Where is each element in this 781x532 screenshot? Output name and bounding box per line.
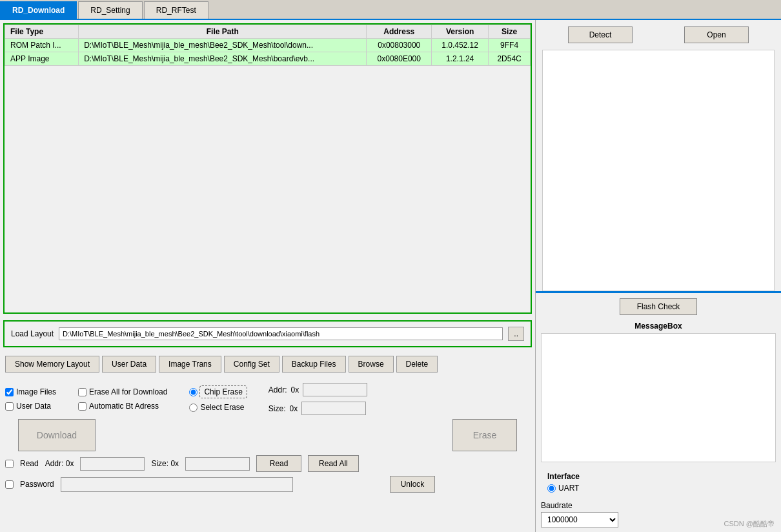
- tab-rd-setting[interactable]: RD_Setting: [78, 1, 142, 19]
- image-files-label: Image Files: [16, 387, 56, 396]
- uart-radio[interactable]: [547, 484, 556, 493]
- version-cell: 1.0.452.12: [432, 39, 489, 52]
- interface-label: Interface: [547, 472, 769, 481]
- addr-label: Addr:: [269, 385, 287, 394]
- chip-erase-radio[interactable]: [189, 388, 198, 396]
- detect-button[interactable]: Detect: [568, 26, 633, 43]
- unlock-button[interactable]: Unlock: [390, 476, 436, 493]
- baudrate-label: Baudrate: [541, 501, 776, 510]
- open-button[interactable]: Open: [684, 26, 749, 43]
- read-label: Read: [20, 459, 39, 468]
- backup-files-button[interactable]: Backup Files: [282, 356, 346, 373]
- col-size: Size: [489, 25, 531, 39]
- address-cell: 0x0080E000: [367, 52, 432, 66]
- file-table: File Type File Path Address Version Size…: [5, 25, 531, 66]
- col-file-path: File Path: [79, 25, 367, 39]
- load-layout-label: Load Layout: [11, 329, 54, 338]
- tabs-bar: RD_Download RD_Setting RD_RFTest: [0, 0, 781, 20]
- read-addr-input[interactable]: [80, 457, 145, 471]
- size-cell: 9FF4: [489, 39, 531, 52]
- baudrate-select[interactable]: 9600192003840057600115200230400460800921…: [541, 512, 618, 527]
- erase-button[interactable]: Erase: [452, 419, 517, 451]
- auto-bt-option: Automatic Bt Adress: [78, 402, 167, 411]
- messagebox-area: [541, 333, 776, 462]
- read-checkbox[interactable]: [5, 460, 14, 468]
- uart-option: UART: [547, 484, 769, 493]
- addr-prefix: 0x: [291, 385, 299, 394]
- show-memory-layout-button[interactable]: Show Memory Layout: [5, 356, 99, 373]
- read-all-button[interactable]: Read All: [308, 455, 359, 472]
- bottom-left: Image Files User Data Erase All for Down…: [0, 378, 535, 532]
- password-checkbox[interactable]: [5, 480, 14, 489]
- delete-button[interactable]: Delete: [396, 356, 438, 373]
- read-button[interactable]: Read: [256, 455, 301, 472]
- select-erase-radio[interactable]: [189, 404, 198, 412]
- col-address: Address: [367, 25, 432, 39]
- download-erase-row: Download Erase: [5, 419, 530, 451]
- uart-label: UART: [558, 484, 579, 493]
- options-row-1: Image Files User Data Erase All for Down…: [5, 383, 530, 415]
- select-erase-option: Select Erase: [189, 403, 246, 412]
- read-addr-label: Addr: 0x: [45, 459, 74, 468]
- right-panel: Detect Open Flash Check MessageBox Inter…: [536, 20, 781, 532]
- password-input[interactable]: [61, 477, 293, 492]
- config-set-button[interactable]: Config Set: [224, 356, 279, 373]
- bottom-right-section: Flash Check MessageBox Interface UART Ba…: [536, 293, 781, 532]
- user-data-checkbox[interactable]: [5, 402, 14, 411]
- toolbar-buttons: Show Memory Layout User Data Image Trans…: [3, 354, 532, 374]
- size-prefix: 0x: [290, 404, 298, 413]
- right-log-area: [542, 50, 775, 291]
- select-erase-label: Select Erase: [200, 403, 244, 412]
- addr-input[interactable]: [303, 383, 367, 396]
- password-label: Password: [20, 480, 54, 489]
- download-button[interactable]: Download: [18, 419, 96, 451]
- read-size-input[interactable]: [185, 457, 250, 471]
- read-size-label: Size: 0x: [151, 459, 179, 468]
- chip-erase-option: Chip Erase: [189, 386, 246, 398]
- file-path-cell: D:\MIoT\BLE_Mesh\mijia_ble_mesh\Bee2_SDK…: [79, 52, 367, 66]
- user-data-button[interactable]: User Data: [102, 356, 156, 373]
- col-version: Version: [432, 25, 489, 39]
- watermark: CSDN @酷酷帝: [724, 519, 775, 529]
- table-row[interactable]: ROM Patch I...D:\MIoT\BLE_Mesh\mijia_ble…: [5, 39, 531, 52]
- right-top-buttons: Detect Open: [536, 20, 781, 50]
- table-row[interactable]: APP ImageD:\MIoT\BLE_Mesh\mijia_ble_mesh…: [5, 52, 531, 66]
- erase-all-checkbox[interactable]: [78, 388, 86, 396]
- file-table-area: File Type File Path Address Version Size…: [3, 23, 532, 314]
- image-files-checkbox[interactable]: [5, 388, 14, 396]
- load-layout-area: Load Layout ..: [3, 320, 532, 347]
- version-cell: 1.2.1.24: [432, 52, 489, 66]
- load-layout-input[interactable]: [59, 327, 503, 340]
- tab-rd-rftest[interactable]: RD_RFTest: [144, 1, 208, 19]
- address-cell: 0x00803000: [367, 39, 432, 52]
- size-label: Size:: [269, 404, 286, 413]
- image-trans-button[interactable]: Image Trans: [159, 356, 221, 373]
- browse-button[interactable]: Browse: [349, 356, 394, 373]
- chip-erase-label: Chip Erase: [200, 386, 246, 398]
- erase-all-option: Erase All for Download: [78, 387, 167, 396]
- messagebox-label: MessageBox: [541, 322, 776, 331]
- erase-all-label: Erase All for Download: [89, 387, 167, 396]
- flash-check-button[interactable]: Flash Check: [620, 298, 697, 315]
- password-row: Password Unlock: [5, 476, 530, 493]
- image-files-option: Image Files: [5, 387, 56, 396]
- file-type-cell: APP Image: [5, 52, 79, 66]
- auto-bt-label: Automatic Bt Adress: [89, 402, 159, 411]
- read-row: Read Addr: 0x Size: 0x Read Read All: [5, 455, 530, 472]
- user-data-label: User Data: [16, 402, 51, 411]
- interface-section: Interface UART: [541, 469, 776, 496]
- left-panel: File Type File Path Address Version Size…: [0, 20, 536, 532]
- file-type-cell: ROM Patch I...: [5, 39, 79, 52]
- col-file-type: File Type: [5, 25, 79, 39]
- auto-bt-checkbox[interactable]: [78, 402, 86, 411]
- main-container: File Type File Path Address Version Size…: [0, 20, 781, 532]
- size-cell: 2D54C: [489, 52, 531, 66]
- load-layout-browse-button[interactable]: ..: [508, 327, 524, 341]
- size-input[interactable]: [301, 402, 366, 415]
- tab-rd-download[interactable]: RD_Download: [0, 1, 77, 19]
- file-path-cell: D:\MIoT\BLE_Mesh\mijia_ble_mesh\Bee2_SDK…: [79, 39, 367, 52]
- user-data-option: User Data: [5, 402, 56, 411]
